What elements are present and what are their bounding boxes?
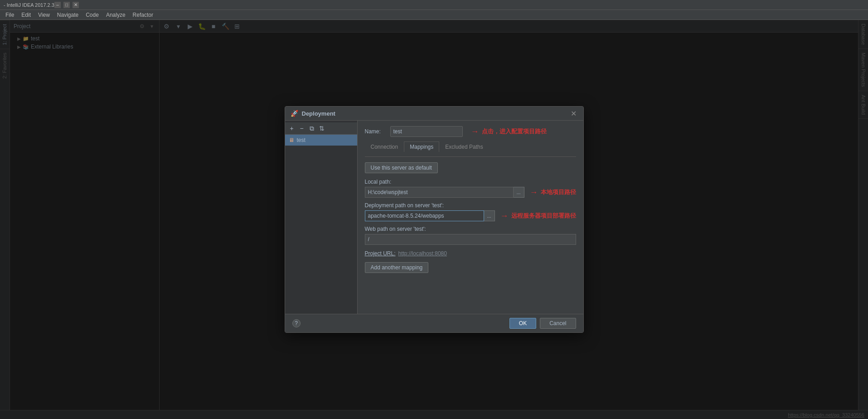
menu-view[interactable]: View <box>34 11 53 19</box>
menu-code[interactable]: Code <box>82 11 102 19</box>
name-annotation-arrow-icon: → <box>471 127 479 136</box>
modal-overlay: 🚀 Deployment ✕ + − ⧉ ⇅ 🖥 test <box>0 20 868 419</box>
modal-title-bar: 🚀 Deployment ✕ <box>285 107 583 121</box>
deployment-path-input[interactable] <box>365 210 484 221</box>
tabs-underline <box>365 156 576 157</box>
use-as-default-button[interactable]: Use this server as default <box>365 162 438 173</box>
deployment-path-label: Deployment path on server 'test': <box>365 202 576 209</box>
server-item-test[interactable]: 🖥 test <box>285 135 357 146</box>
name-input[interactable] <box>390 126 463 137</box>
menu-edit[interactable]: Edit <box>18 11 34 19</box>
tab-mappings[interactable]: Mappings <box>404 141 439 152</box>
deployment-path-annotation: → 远程服务器项目部署路径 <box>500 211 576 221</box>
minimize-button[interactable]: – <box>54 2 61 8</box>
local-path-arrow-icon: → <box>530 188 538 197</box>
deployment-path-annotation-text: 远程服务器项目部署路径 <box>511 212 576 220</box>
local-path-input[interactable] <box>365 187 514 198</box>
menu-analyze[interactable]: Analyze <box>102 11 129 19</box>
server-list-toolbar: + − ⧉ ⇅ <box>285 122 357 135</box>
modal-body: + − ⧉ ⇅ 🖥 test Name: <box>285 121 583 314</box>
menu-bar: File Edit View Navigate Code Analyze Ref… <box>0 10 868 20</box>
server-icon: 🖥 <box>289 137 294 143</box>
deployment-path-browse-button[interactable]: ... <box>484 210 495 221</box>
server-config: Name: → 点击，进入配置项目路径 Connection Mappings … <box>358 121 583 314</box>
deployment-dialog: 🚀 Deployment ✕ + − ⧉ ⇅ 🖥 test <box>285 106 584 333</box>
close-button[interactable]: ✕ <box>73 2 79 8</box>
server-item-name: test <box>297 137 305 143</box>
maximize-button[interactable]: □ <box>63 2 70 8</box>
cancel-button[interactable]: Cancel <box>540 318 576 329</box>
add-server-button[interactable]: + <box>288 124 296 132</box>
project-url-value: http://localhost:8080 <box>398 250 447 257</box>
web-path-label: Web path on server 'test': <box>365 226 576 232</box>
modal-close-button[interactable]: ✕ <box>570 109 578 117</box>
tab-connection[interactable]: Connection <box>365 141 404 152</box>
modal-title: Deployment <box>302 110 570 117</box>
deployment-path-arrow-icon: → <box>500 211 509 221</box>
local-path-browse-button[interactable]: ... <box>514 187 524 198</box>
server-list: + − ⧉ ⇅ 🖥 test <box>285 121 358 314</box>
local-path-label: Local path: <box>365 179 576 185</box>
modal-footer: ? OK Cancel <box>285 314 583 332</box>
remove-server-button[interactable]: − <box>298 124 306 132</box>
ok-button[interactable]: OK <box>509 318 536 329</box>
title-bar: - IntelliJ IDEA 2017.2.3 – □ ✕ <box>0 0 868 10</box>
name-annotation-text: 点击，进入配置项目路径 <box>482 127 547 136</box>
name-annotation: → 点击，进入配置项目路径 <box>471 127 547 136</box>
add-mapping-button[interactable]: Add another mapping <box>365 262 429 273</box>
tab-excluded-paths[interactable]: Excluded Paths <box>439 141 489 152</box>
project-url-label: Project URL: <box>365 250 396 257</box>
local-path-annotation: → 本地项目路径 <box>530 188 576 197</box>
menu-navigate[interactable]: Navigate <box>53 11 82 19</box>
deployment-icon: 🚀 <box>291 110 298 117</box>
web-path-row <box>365 234 576 245</box>
move-server-button[interactable]: ⇅ <box>318 124 326 132</box>
title-bar-text: - IntelliJ IDEA 2017.2.3 <box>4 2 54 8</box>
menu-file[interactable]: File <box>2 11 18 19</box>
tabs-bar: Connection Mappings Excluded Paths <box>365 141 576 152</box>
title-bar-controls: – □ ✕ <box>54 2 79 8</box>
project-url-row: Project URL: http://localhost:8080 <box>365 250 576 257</box>
name-label: Name: <box>365 128 387 135</box>
web-path-input[interactable] <box>365 234 576 245</box>
ide-body: 1: Project 2: Favorites Project ⚙ ▾ ▶ 📁 … <box>0 20 868 419</box>
menu-refactor[interactable]: Refactor <box>129 11 157 19</box>
help-button[interactable]: ? <box>292 319 301 327</box>
copy-server-button[interactable]: ⧉ <box>308 124 316 132</box>
local-path-annotation-text: 本地项目路径 <box>541 188 576 196</box>
